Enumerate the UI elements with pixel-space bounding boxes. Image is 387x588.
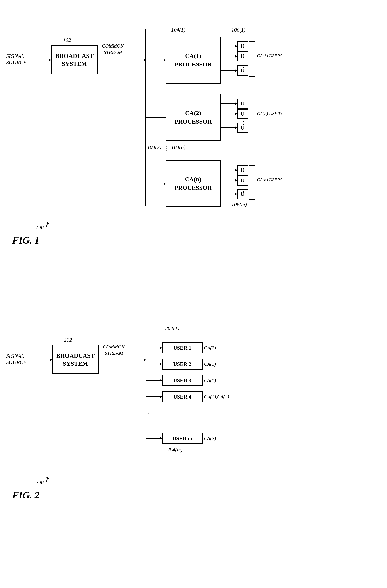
arrow-can-ulast	[221, 194, 237, 194]
common-stream-label-1: COMMONSTREAM	[102, 43, 124, 56]
user2-box: USER 2	[162, 358, 203, 370]
fig2: SIGNAL SOURCE 202 BROADCASTSYSTEM COMMON…	[0, 312, 387, 581]
bracket-ca1-users	[249, 41, 255, 77]
ref-204-m: 204(m)	[167, 447, 183, 453]
user-ulast-ca1: U	[237, 65, 248, 76]
fig1-title: FIG. 1	[12, 234, 39, 267]
user3-ca-label: CA(1)	[204, 378, 216, 383]
arrow-broadcast-to-bus-2	[99, 359, 146, 360]
ref-104-n: 104(n)	[171, 144, 185, 150]
dots-users-fig2-2: ⋮	[180, 412, 185, 418]
ref-104-2: 104(2)	[147, 144, 161, 150]
ref-104-1: 104(1)	[171, 27, 185, 33]
arrow-to-userm	[145, 438, 162, 439]
branch-to-proc-n	[145, 184, 165, 184]
arrow-ca1-u2	[221, 56, 237, 57]
branch-to-proc-2	[145, 118, 165, 118]
arrow-ca2-u1	[221, 104, 237, 104]
ref-100: 100	[36, 224, 44, 231]
can-processor-label: CA(n)PROCESSOR	[174, 175, 212, 192]
arrow-sig-to-broadcast-2	[34, 359, 52, 360]
arrow-to-user3	[145, 380, 162, 380]
arrow-to-user4	[145, 397, 162, 397]
ca2-processor-box: CA(2)PROCESSOR	[165, 94, 221, 141]
ref-106-m: 106(m)	[231, 202, 247, 208]
ca2-processor-label: CA(2)PROCESSOR	[174, 109, 212, 126]
can-processor-box: CA(n)PROCESSOR	[165, 160, 221, 207]
arrow-can-u1	[221, 170, 237, 170]
signal-source-2: SIGNAL SOURCE	[6, 353, 26, 365]
user4-box: USER 4	[162, 391, 203, 402]
arrow-sig-to-broadcast-1	[33, 60, 51, 60]
ref-106-1: 106(1)	[231, 27, 245, 33]
user-u2-ca2: U	[237, 109, 248, 119]
user-u1-ca2: U	[237, 99, 248, 109]
userm-ca-label: CA(2)	[204, 436, 216, 441]
broadcast-text-2: BROADCASTSYSTEM	[56, 352, 95, 368]
ref-200: 200	[36, 479, 44, 485]
branch-to-proc-1	[145, 60, 165, 60]
user-u2-can: U	[237, 175, 248, 186]
ca2-users-label: CA(2) USERS	[257, 111, 282, 117]
user1-ca-label: CA(2)	[204, 345, 216, 351]
diagram-container: SIGNAL SOURCE 102 BROADCASTSYSTEM COMMON…	[0, 0, 387, 588]
fig1: SIGNAL SOURCE 102 BROADCASTSYSTEM COMMON…	[0, 8, 387, 273]
arrow-broadcast-to-bus-1	[99, 60, 145, 60]
can-users-label: CA(n) USERS	[257, 177, 282, 183]
ca1-users-label: CA(1) USERS	[257, 53, 282, 59]
signal-source-1: SIGNAL SOURCE	[6, 53, 26, 66]
ca1-processor-label: CA(1)PROCESSOR	[174, 52, 212, 69]
dashed-bus-segment	[145, 404, 146, 420]
user-ulast-can: U	[237, 189, 248, 199]
userm-box: USER m	[162, 433, 203, 444]
arrow-can-u2	[221, 180, 237, 181]
user3-box: USER 3	[162, 375, 203, 386]
user4-ca-label: CA(1),CA(2)	[204, 394, 229, 399]
user1-box: USER 1	[162, 342, 203, 354]
bracket-ca2-users	[249, 99, 255, 134]
broadcast-box-1: 102 BROADCASTSYSTEM	[51, 45, 98, 74]
common-stream-label-2: COMMONSTREAM	[103, 344, 125, 356]
vert-bus-1	[145, 29, 145, 206]
arrow-to-user1	[145, 348, 162, 348]
user-ulast-ca2: U	[237, 123, 248, 133]
ca1-processor-box: CA(1)PROCESSOR	[165, 37, 221, 84]
ref-102-label: 102	[63, 37, 71, 43]
ref-104-n-dots: ⋮	[163, 144, 169, 151]
dots-users-fig2: ⋮	[145, 412, 151, 418]
arrow-ca1-u1	[221, 46, 237, 46]
arrow-to-user2	[145, 364, 162, 364]
fig2-title: FIG. 2	[12, 489, 39, 573]
user-u1-can: U	[237, 165, 248, 175]
vert-bus-2	[145, 333, 146, 536]
arrow-ca1-ulast	[221, 70, 237, 71]
broadcast-text-1: BROADCASTSYSTEM	[55, 52, 94, 68]
ref-204-1: 204(1)	[165, 325, 179, 331]
bracket-can-users	[249, 165, 255, 200]
user-u2-ca1: U	[237, 51, 248, 61]
user-u1-ca1: U	[237, 41, 248, 51]
arrow-ca2-ulast	[221, 127, 237, 128]
arrow-ca2-u2	[221, 114, 237, 114]
user2-ca-label: CA(1)	[204, 361, 216, 367]
broadcast-box-2: 202 BROADCASTSYSTEM	[52, 345, 99, 374]
ref-202-label: 202	[64, 337, 72, 343]
